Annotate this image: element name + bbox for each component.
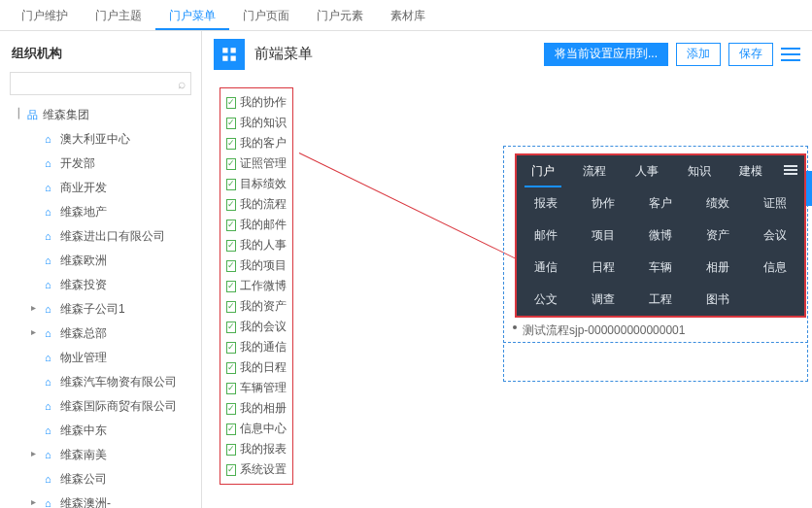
checkbox-icon[interactable]	[226, 118, 236, 129]
checklist-item[interactable]: 我的项目	[226, 255, 287, 276]
checkbox-icon[interactable]	[226, 444, 236, 456]
tree-item[interactable]: ⌂开发部	[6, 152, 195, 176]
top-tab-3[interactable]: 门户页面	[229, 0, 303, 30]
hamburger-icon[interactable]	[777, 155, 804, 187]
checkbox-icon[interactable]	[226, 342, 236, 354]
checkbox-icon[interactable]	[226, 158, 236, 170]
checklist-item[interactable]: 目标绩效	[226, 174, 287, 194]
checklist-item[interactable]: 我的客户	[226, 133, 287, 153]
checklist-item[interactable]: 我的日程	[226, 357, 287, 378]
content-header: 前端菜单 将当前设置应用到... 添加 保存	[202, 31, 812, 78]
mega-menu-tab[interactable]: 流程	[569, 155, 622, 187]
mega-menu-item[interactable]: 协作	[574, 187, 631, 220]
checklist-label: 我的协作	[240, 94, 287, 111]
checkbox-icon[interactable]	[226, 383, 236, 394]
checklist-item[interactable]: 我的报表	[226, 439, 287, 459]
mega-menu-tab[interactable]: 门户	[517, 155, 569, 187]
tree-item[interactable]: ⌂物业管理	[6, 346, 195, 370]
checklist-item[interactable]: 我的会议	[226, 317, 287, 337]
checklist-item[interactable]: 工作微博	[226, 276, 287, 296]
checkbox-icon[interactable]	[226, 220, 236, 231]
checkbox-icon[interactable]	[226, 322, 236, 333]
tree-item[interactable]: ▸⌂维森子公司1	[6, 297, 195, 322]
top-tab-4[interactable]: 门户元素	[303, 0, 377, 30]
tree-item[interactable]: ⌂维森汽车物资有限公司	[6, 370, 195, 394]
top-tab-5[interactable]: 素材库	[377, 0, 439, 30]
search-icon[interactable]: ⌕	[178, 76, 186, 91]
mega-menu-item[interactable]: 车辆	[631, 252, 689, 284]
tree-item[interactable]: ⌂维森国际商贸有限公司	[6, 394, 195, 419]
mega-menu-item[interactable]: 信息	[747, 252, 804, 284]
mega-menu-item[interactable]: 报表	[517, 187, 574, 220]
checklist-label: 证照管理	[240, 155, 287, 172]
divider	[503, 342, 808, 343]
preview-list-item[interactable]: 测试流程sjp-000000000000001	[523, 322, 685, 339]
checkbox-icon[interactable]	[226, 281, 236, 292]
mega-menu-item[interactable]: 资产	[690, 220, 747, 252]
tree-item[interactable]: ▸⌂维森南美	[6, 443, 195, 467]
checklist-item[interactable]: 我的协作	[226, 92, 287, 113]
mega-menu-item[interactable]: 相册	[690, 252, 747, 284]
search-input[interactable]	[10, 72, 191, 95]
checklist-item[interactable]: 信息中心	[226, 419, 287, 439]
checklist-item[interactable]: 我的人事	[226, 235, 287, 255]
checklist-item[interactable]: 证照管理	[226, 153, 287, 174]
mega-menu-item[interactable]: 会议	[747, 220, 804, 252]
checkbox-icon[interactable]	[226, 179, 236, 190]
checklist-item[interactable]: 我的资产	[226, 296, 287, 317]
mega-menu-item[interactable]: 项目	[574, 220, 631, 252]
mega-menu-item[interactable]: 客户	[631, 187, 689, 220]
checkbox-icon[interactable]	[226, 403, 236, 415]
checklist-item[interactable]: 我的邮件	[226, 215, 287, 235]
mega-menu-item[interactable]: 证照	[747, 187, 804, 220]
tree-item[interactable]: ⌂维森欧洲	[6, 249, 195, 273]
checklist-item[interactable]: 系统设置	[226, 459, 287, 480]
tree-item[interactable]: ⌂维森公司	[6, 467, 195, 491]
mega-menu-item[interactable]: 日程	[574, 252, 631, 284]
checkbox-icon[interactable]	[226, 97, 236, 109]
tree-item[interactable]: ▸⌂维森总部	[6, 322, 195, 346]
mega-menu-tab[interactable]: 人事	[621, 155, 673, 187]
mega-menu-tab[interactable]: 建模	[725, 155, 777, 187]
mega-menu-item[interactable]: 邮件	[517, 220, 574, 252]
checkbox-icon[interactable]	[226, 423, 236, 435]
add-button[interactable]: 添加	[676, 43, 721, 66]
checkbox-icon[interactable]	[226, 362, 236, 374]
mega-menu-item[interactable]: 绩效	[690, 187, 747, 220]
mega-menu-item[interactable]: 通信	[517, 252, 574, 284]
tree-item[interactable]: ⌂维森投资	[6, 273, 195, 297]
checklist-label: 系统设置	[240, 461, 287, 478]
tree-item[interactable]: ⌂维森进出口有限公司	[6, 224, 195, 249]
tree-item[interactable]: ▸⌂维森澳洲-	[6, 491, 195, 508]
checkbox-icon[interactable]	[226, 464, 236, 476]
checkbox-icon[interactable]	[226, 301, 236, 313]
tree-item[interactable]: ⌂澳大利亚中心	[6, 127, 195, 152]
top-tab-1[interactable]: 门户主题	[82, 0, 155, 30]
apply-settings-button[interactable]: 将当前设置应用到...	[544, 43, 668, 66]
checkbox-icon[interactable]	[226, 260, 236, 272]
checkbox-icon[interactable]	[226, 199, 236, 211]
checklist-label: 车辆管理	[240, 380, 287, 396]
checkbox-icon[interactable]	[226, 138, 236, 150]
checklist-item[interactable]: 我的知识	[226, 113, 287, 133]
tree-item[interactable]: ⌂维森地产	[6, 200, 195, 224]
checklist-item[interactable]: 我的通信	[226, 337, 287, 357]
mega-menu-item[interactable]: 公文	[517, 284, 574, 316]
tree-root[interactable]: ▕品维森集团	[6, 103, 195, 127]
checklist-item[interactable]: 车辆管理	[226, 378, 287, 398]
checkbox-icon[interactable]	[226, 240, 236, 252]
tree-item[interactable]: ⌂维森中东	[6, 419, 195, 443]
page-title: 前端菜单	[254, 45, 313, 63]
save-button[interactable]: 保存	[728, 43, 773, 66]
mega-menu-item[interactable]: 工程	[631, 284, 689, 316]
mega-menu-item[interactable]: 图书	[690, 284, 747, 316]
top-tab-2[interactable]: 门户菜单	[155, 0, 229, 30]
checklist-item[interactable]: 我的相册	[226, 398, 287, 419]
tree-item[interactable]: ⌂商业开发	[6, 176, 195, 200]
checklist-item[interactable]: 我的流程	[226, 194, 287, 215]
top-tab-0[interactable]: 门户维护	[8, 0, 82, 30]
mega-menu-item[interactable]: 微博	[631, 220, 689, 252]
mega-menu-tab[interactable]: 知识	[673, 155, 726, 187]
mega-menu-item[interactable]: 调查	[574, 284, 631, 316]
list-view-icon[interactable]	[781, 45, 800, 64]
